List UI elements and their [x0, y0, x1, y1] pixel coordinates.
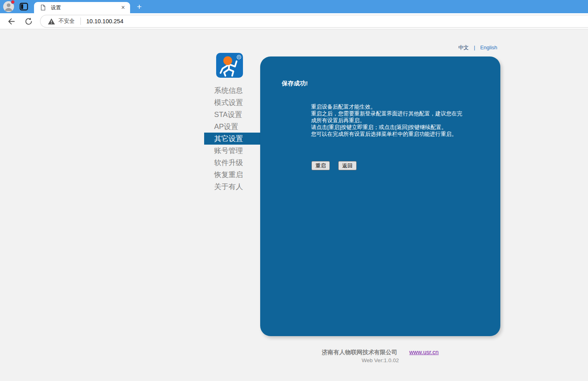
browser-window: 设置 × + 不安全 — [0, 0, 588, 381]
sidebar-item-sta-settings[interactable]: STA设置 — [204, 109, 260, 121]
security-label: 不安全 — [58, 18, 75, 25]
panel-title: 保存成功! — [282, 80, 308, 87]
url-text: 10.10.100.254 — [86, 18, 124, 24]
profile-avatar[interactable] — [3, 1, 14, 12]
svg-text:R: R — [238, 56, 240, 58]
sidebar-item-other-settings[interactable]: 其它设置 — [204, 133, 260, 145]
sidebar-item-firmware-upgrade[interactable]: 软件升级 — [204, 157, 260, 169]
panel-message: 重启设备后配置才能生效。 重启之后，您需要重新登录配置界面进行其他配置，建议您在… — [311, 103, 462, 137]
warning-icon[interactable] — [48, 18, 55, 25]
browser-tab-settings[interactable]: 设置 × — [34, 2, 130, 13]
settings-panel: 保存成功! 重启设备后配置才能生效。 重启之后，您需要重新登录配置界面进行其他配… — [260, 56, 500, 336]
message-line: 请点击[重启]按键立即重启；或点击[返回]按键继续配置。 — [311, 124, 462, 131]
message-line: 重启之后，您需要重新登录配置界面进行其他配置，建议您在完 — [311, 110, 462, 117]
message-line: 您可以在完成所有设置后选择菜单栏中的重启功能进行重启。 — [311, 131, 462, 137]
usr-logo-icon: R — [216, 53, 243, 78]
message-line: 成所有设置后再重启。 — [311, 117, 462, 124]
url-divider — [80, 18, 81, 25]
message-line: 重启设备后配置才能生效。 — [311, 103, 462, 110]
tab-title: 设置 — [51, 4, 121, 11]
sidebar-menu: 系统信息 模式设置 STA设置 AP设置 其它设置 账号管理 软件升级 恢复重启… — [204, 85, 260, 193]
document-icon — [40, 4, 46, 11]
page-footer: 济南有人物联网技术有限公司www.usr.cn Web Ver:1.0.02 — [260, 349, 500, 363]
notification-dot-icon — [11, 0, 15, 4]
back-button[interactable] — [7, 17, 16, 26]
language-separator: | — [474, 44, 475, 50]
new-tab-button[interactable]: + — [134, 2, 144, 12]
sidebar-item-restore-restart[interactable]: 恢复重启 — [204, 169, 260, 181]
sidebar-item-ap-settings[interactable]: AP设置 — [204, 121, 260, 133]
page-content: 中文 | English R 系统信息 模式设置 S — [0, 29, 588, 381]
refresh-button[interactable] — [24, 17, 33, 26]
back-arrow-icon — [7, 17, 15, 26]
browser-toolbar: 不安全 10.10.100.254 — [0, 13, 588, 29]
return-button[interactable]: 返回 — [338, 161, 357, 170]
panel-buttons: 重启 返回 — [311, 161, 357, 170]
sidebar-item-mode-settings[interactable]: 模式设置 — [204, 97, 260, 109]
restart-button[interactable]: 重启 — [311, 161, 330, 170]
sidebar-item-about-usr[interactable]: 关于有人 — [204, 181, 260, 193]
browser-titlebar: 设置 × + — [0, 0, 588, 13]
sidebar-item-account-management[interactable]: 账号管理 — [204, 145, 260, 157]
language-chinese-link[interactable]: 中文 — [458, 44, 469, 50]
web-version: Web Ver:1.0.02 — [260, 357, 500, 363]
company-name: 济南有人物联网技术有限公司 — [322, 349, 397, 355]
language-switcher: 中文 | English — [458, 44, 497, 51]
close-icon[interactable]: × — [121, 4, 125, 11]
workspaces-icon[interactable] — [20, 3, 28, 12]
website-link[interactable]: www.usr.cn — [409, 349, 439, 355]
sidebar-item-system-info[interactable]: 系统信息 — [204, 85, 260, 97]
refresh-icon — [24, 17, 33, 26]
language-english-link[interactable]: English — [480, 44, 498, 50]
address-bar[interactable]: 不安全 10.10.100.254 — [40, 15, 588, 28]
